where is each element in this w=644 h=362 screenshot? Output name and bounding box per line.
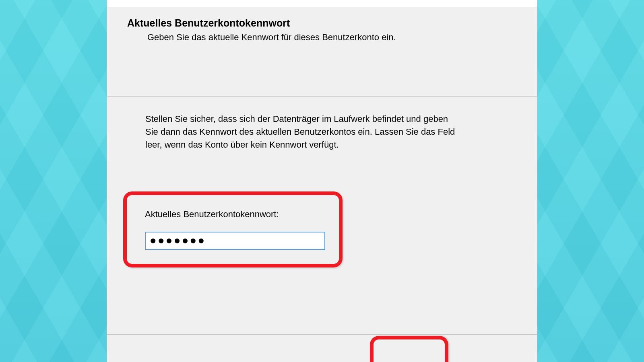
- bottom-divider: [107, 334, 537, 335]
- password-field-label: Aktuelles Benutzerkontokennwort:: [145, 209, 321, 220]
- header-section: Aktuelles Benutzerkontokennwort Geben Si…: [107, 7, 537, 97]
- body-section: Stellen Sie sicher, dass sich der Datent…: [107, 97, 537, 267]
- password-highlight-box: Aktuelles Benutzerkontokennwort:: [123, 191, 343, 267]
- page-title: Aktuelles Benutzerkontokennwort: [127, 17, 517, 29]
- next-button-highlight-box: [370, 336, 448, 362]
- white-header-strip: [107, 0, 537, 7]
- instruction-text: Stellen Sie sicher, dass sich der Datent…: [145, 113, 459, 151]
- wizard-panel: Aktuelles Benutzerkontokennwort Geben Si…: [107, 0, 537, 362]
- password-input[interactable]: [145, 232, 325, 250]
- page-subtitle: Geben Sie das aktuelle Kennwort für dies…: [147, 32, 517, 43]
